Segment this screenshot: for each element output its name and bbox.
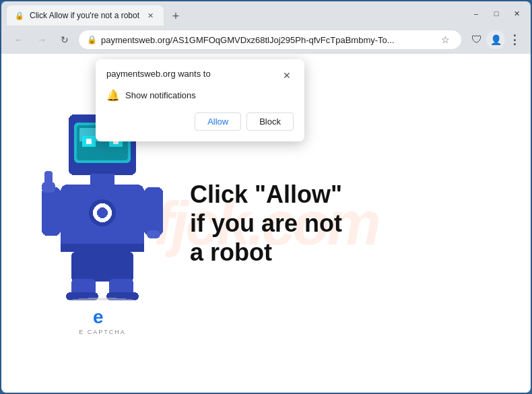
minimize-button[interactable]: – bbox=[467, 5, 485, 22]
dialog-permission: 🔔 Show notifications bbox=[106, 89, 294, 102]
profile-icon[interactable]: 👤 bbox=[486, 30, 505, 49]
tab-favicon: 🔒 bbox=[15, 11, 24, 20]
tab-close-button[interactable]: ✕ bbox=[145, 10, 156, 21]
tab-bar: 🔒 Click Allow if you're not a robot ✕ + bbox=[7, 1, 462, 26]
url-bar[interactable]: 🔒 paymentsweb.org/AS1GMFOqGMVDxz68tlJoj2… bbox=[78, 30, 462, 50]
toolbar-icons: 🛡 👤 ⋮ bbox=[469, 30, 523, 49]
svg-point-16 bbox=[97, 207, 108, 218]
svg-rect-12 bbox=[90, 174, 114, 185]
address-bar: ← → ↻ 🔒 paymentsweb.org/AS1GMFOqGMVDxz68… bbox=[1, 26, 531, 54]
ecaptcha-label: E CAPTCHA bbox=[79, 329, 126, 335]
browser-window: 🔒 Click Allow if you're not a robot ✕ + … bbox=[1, 1, 531, 393]
main-text-line3: a robot bbox=[190, 238, 342, 267]
ecaptcha-logo-icon: e bbox=[92, 306, 113, 327]
back-button[interactable]: ← bbox=[9, 30, 28, 49]
svg-rect-22 bbox=[147, 230, 160, 238]
main-text-line2: if you are not bbox=[190, 209, 342, 238]
allow-button[interactable]: Allow bbox=[195, 112, 241, 131]
forward-button[interactable]: → bbox=[32, 30, 51, 49]
menu-icon[interactable]: ⋮ bbox=[506, 32, 523, 48]
page-content: fjck.com paymentsweb.org wants to ✕ 🔔 Sh… bbox=[1, 54, 531, 393]
close-window-button[interactable]: ✕ bbox=[508, 5, 525, 22]
url-actions: ☆ bbox=[437, 32, 453, 48]
dialog-header: paymentsweb.org wants to ✕ bbox=[106, 69, 294, 82]
new-tab-button[interactable]: + bbox=[166, 7, 185, 26]
permission-text: Show notifications bbox=[125, 90, 196, 100]
dialog-close-button[interactable]: ✕ bbox=[280, 69, 294, 82]
ecaptcha-branding: e E CAPTCHA bbox=[79, 306, 126, 335]
dialog-title: paymentsweb.org wants to bbox=[106, 69, 211, 79]
svg-rect-9 bbox=[82, 148, 88, 152]
tab-title: Click Allow if you're not a robot bbox=[30, 11, 139, 20]
main-text: Click "Allow" if you are not a robot bbox=[190, 180, 342, 267]
notification-dialog: paymentsweb.org wants to ✕ 🔔 Show notifi… bbox=[96, 59, 304, 141]
bookmark-icon[interactable]: ☆ bbox=[437, 32, 453, 48]
svg-rect-20 bbox=[44, 171, 53, 185]
main-text-line1: Click "Allow" bbox=[190, 180, 342, 209]
dialog-buttons: Allow Block bbox=[106, 112, 294, 131]
title-bar: 🔒 Click Allow if you're not a robot ✕ + … bbox=[1, 1, 531, 26]
svg-rect-23 bbox=[71, 252, 133, 282]
svg-rect-8 bbox=[85, 152, 120, 156]
svg-rect-21 bbox=[144, 187, 163, 236]
svg-rect-17 bbox=[61, 244, 144, 252]
block-button[interactable]: Block bbox=[246, 112, 294, 131]
bell-icon: 🔔 bbox=[106, 89, 120, 102]
active-tab[interactable]: 🔒 Click Allow if you're not a robot ✕ bbox=[7, 5, 164, 26]
url-text: paymentsweb.org/AS1GMFOqGMVDxz68tlJoj295… bbox=[101, 35, 433, 45]
maximize-button[interactable]: □ bbox=[488, 5, 505, 22]
svg-rect-6 bbox=[86, 139, 92, 144]
svg-text:e: e bbox=[93, 306, 104, 327]
svg-rect-10 bbox=[117, 148, 123, 152]
url-lock-icon: 🔒 bbox=[87, 35, 97, 44]
svg-rect-18 bbox=[42, 187, 61, 236]
window-controls: – □ ✕ bbox=[467, 5, 525, 22]
robot-container: e E CAPTCHA bbox=[28, 112, 176, 335]
extensions-icon[interactable]: 🛡 bbox=[469, 32, 485, 48]
refresh-button[interactable]: ↻ bbox=[55, 30, 74, 49]
